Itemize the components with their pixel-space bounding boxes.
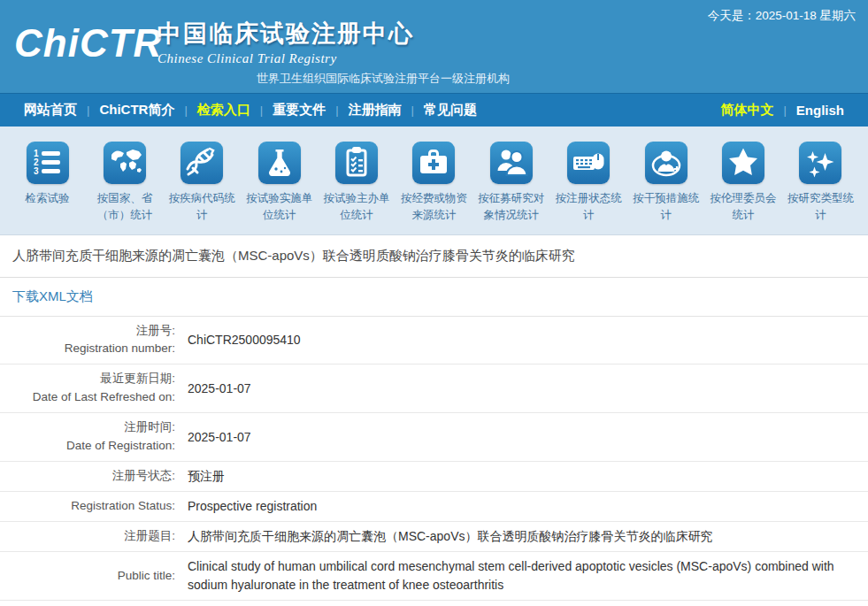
lang-en-link[interactable]: English bbox=[796, 103, 844, 118]
row-label-zh: 最近更新日期: bbox=[0, 370, 175, 388]
table-row: 注册时间:Date of Registration:2025-01-07 bbox=[0, 413, 868, 462]
quicklink-flask[interactable]: 按试验实施单位统计 bbox=[241, 142, 318, 224]
quicklink-label: 检索试验 bbox=[9, 190, 86, 207]
row-value: 2025-01-07 bbox=[175, 428, 868, 447]
site-title-zh: 中国临床试验注册中心 bbox=[157, 18, 414, 50]
nav-separator: | bbox=[87, 104, 89, 117]
quicklink-numbered-list[interactable]: 123检索试验 bbox=[9, 142, 86, 224]
row-label: 注册号状态: bbox=[0, 467, 175, 486]
nav-separator: | bbox=[184, 104, 187, 117]
download-xml-link[interactable]: 下载XML文档 bbox=[12, 288, 93, 303]
lang-zh-link[interactable]: 简体中文 bbox=[720, 102, 773, 119]
row-label: Public title: bbox=[0, 567, 175, 586]
row-value: 预注册 bbox=[175, 467, 868, 486]
table-row: 注册题目简写: bbox=[0, 601, 868, 606]
quicklink-clipboard[interactable]: 按试验主办单位统计 bbox=[319, 142, 396, 224]
quicklink-label: 按注册状态统计 bbox=[550, 190, 627, 224]
nav-separator: | bbox=[783, 104, 786, 117]
medical-bag-icon bbox=[412, 142, 455, 184]
row-label: 最近更新日期:Date of Last Refreshed on: bbox=[0, 370, 175, 407]
page-title: 人脐带间充质干细胞来源的凋亡囊泡（MSC-apoVs）联合透明质酸钠治疗膝骨关节… bbox=[0, 235, 868, 278]
main-nav: 网站首页|ChiCTR简介|检索入口|重要文件|注册指南|常见问题 简体中文|E… bbox=[0, 93, 868, 127]
quicklink-label: 按国家、省（市）统计 bbox=[86, 190, 163, 224]
table-row: 最近更新日期:Date of Last Refreshed on:2025-01… bbox=[0, 364, 868, 413]
nav-item-registration-guide[interactable]: 注册指南 bbox=[349, 102, 402, 119]
table-row: 注册号:Registration number:ChiCTR2500095410 bbox=[0, 317, 868, 365]
site-header: 今天是：2025-01-18 星期六 ChiCTR 中国临床试验注册中心 Chi… bbox=[0, 0, 868, 93]
quicklink-label: 按经费或物资来源统计 bbox=[396, 190, 472, 224]
nav-item-chictr-intro[interactable]: ChiCTR简介 bbox=[99, 102, 174, 119]
quicklink-label: 按干预措施统计 bbox=[627, 190, 704, 224]
xml-download-row: 下载XML文档 bbox=[0, 278, 868, 317]
sparkles-icon bbox=[799, 142, 841, 184]
row-label-en: Public title: bbox=[0, 567, 175, 586]
row-value: 2025-01-07 bbox=[175, 380, 868, 398]
site-title-block: 中国临床试验注册中心 Chinese Clinical Trial Regist… bbox=[157, 18, 414, 66]
row-label-zh: 注册号: bbox=[0, 322, 175, 341]
who-platform-tagline: 世界卫生组织国际临床试验注册平台一级注册机构 bbox=[257, 71, 510, 87]
quicklink-label: 按伦理委员会统计 bbox=[705, 190, 782, 224]
clipboard-icon bbox=[335, 142, 378, 184]
quicklink-keyboard-mouse[interactable]: 按注册状态统计 bbox=[550, 142, 627, 224]
flask-icon bbox=[258, 142, 301, 184]
quicklink-label: 按试验实施单位统计 bbox=[241, 190, 318, 224]
nav-item-important-documents[interactable]: 重要文件 bbox=[273, 102, 326, 119]
row-label-en: Date of Last Refreshed on: bbox=[0, 388, 175, 407]
nav-separator: | bbox=[335, 104, 338, 117]
keyboard-mouse-icon bbox=[567, 142, 610, 184]
nav-item-search-entry[interactable]: 检索入口 bbox=[197, 102, 250, 119]
dna-icon bbox=[181, 142, 223, 184]
quicklink-medical-bag[interactable]: 按经费或物资来源统计 bbox=[396, 142, 472, 224]
row-value: Clinical study of human umbilical cord m… bbox=[175, 557, 868, 594]
nav-separator: | bbox=[260, 104, 263, 117]
row-label: 注册题目: bbox=[0, 527, 175, 546]
quicklink-star[interactable]: 按伦理委员会统计 bbox=[705, 142, 782, 224]
quicklink-dna[interactable]: 按疾病代码统计 bbox=[164, 142, 241, 224]
quicklink-label: 按疾病代码统计 bbox=[164, 190, 241, 224]
quicklink-world-map[interactable]: 按国家、省（市）统计 bbox=[86, 142, 163, 224]
today-date: 今天是：2025-01-18 星期六 bbox=[708, 8, 856, 24]
quicklink-people[interactable]: 按征募研究对象情况统计 bbox=[472, 142, 549, 224]
row-value: ChiCTR2500095410 bbox=[175, 331, 868, 349]
star-icon bbox=[722, 142, 764, 184]
quicklink-label: 按征募研究对象情况统计 bbox=[472, 190, 549, 224]
row-label: 注册时间:Date of Registration: bbox=[0, 418, 175, 456]
nav-menu: 网站首页|ChiCTR简介|检索入口|重要文件|注册指南|常见问题 bbox=[14, 102, 487, 119]
row-label-zh: 注册题目: bbox=[0, 527, 175, 546]
nav-lang: 简体中文|English bbox=[711, 102, 854, 119]
world-map-icon bbox=[104, 142, 146, 184]
doctor-icon bbox=[645, 142, 687, 184]
people-icon bbox=[490, 142, 533, 184]
row-label-en: Registration Status: bbox=[0, 497, 175, 516]
quicklink-sparkles[interactable]: 按研究类型统计 bbox=[782, 142, 859, 224]
quicklink-label: 按试验主办单位统计 bbox=[319, 190, 396, 224]
table-row: Registration Status:Prospective registra… bbox=[0, 492, 868, 522]
site-title-en: Chinese Clinical Trial Registry bbox=[157, 51, 414, 66]
table-row: 注册题目:人脐带间充质干细胞来源的凋亡囊泡（MSC-apoVs）联合透明质酸钠治… bbox=[0, 522, 868, 552]
row-label-zh: 注册时间: bbox=[0, 418, 175, 437]
numbered-list-icon: 123 bbox=[27, 142, 69, 184]
row-label-en: Registration number: bbox=[0, 340, 175, 358]
row-label-zh: 注册号状态: bbox=[0, 467, 175, 486]
table-row: Public title:Clinical study of human umb… bbox=[0, 552, 868, 601]
registration-table: 注册号:Registration number:ChiCTR2500095410… bbox=[0, 317, 868, 606]
quicklink-label: 按研究类型统计 bbox=[782, 190, 859, 224]
trial-content: 人脐带间充质干细胞来源的凋亡囊泡（MSC-apoVs）联合透明质酸钠治疗膝骨关节… bbox=[0, 235, 868, 606]
row-label: Registration Status: bbox=[0, 497, 175, 516]
nav-item-home[interactable]: 网站首页 bbox=[24, 102, 77, 119]
quicklink-panel: 123检索试验按国家、省（市）统计按疾病代码统计按试验实施单位统计按试验主办单位… bbox=[0, 127, 868, 235]
nav-separator: | bbox=[411, 104, 414, 117]
row-label-en: Date of Registration: bbox=[0, 437, 175, 456]
row-value: Prospective registration bbox=[175, 497, 868, 516]
chictr-logo[interactable]: ChiCTR bbox=[14, 21, 162, 65]
quicklink-doctor[interactable]: 按干预措施统计 bbox=[627, 142, 704, 224]
table-row: 注册号状态:预注册 bbox=[0, 462, 868, 492]
row-value: 人脐带间充质干细胞来源的凋亡囊泡（MSC-apoVs）联合透明质酸钠治疗膝骨关节… bbox=[175, 527, 868, 546]
row-label: 注册号:Registration number: bbox=[0, 322, 175, 359]
nav-item-faq[interactable]: 常见问题 bbox=[424, 102, 477, 119]
svg-text:3: 3 bbox=[34, 166, 39, 176]
